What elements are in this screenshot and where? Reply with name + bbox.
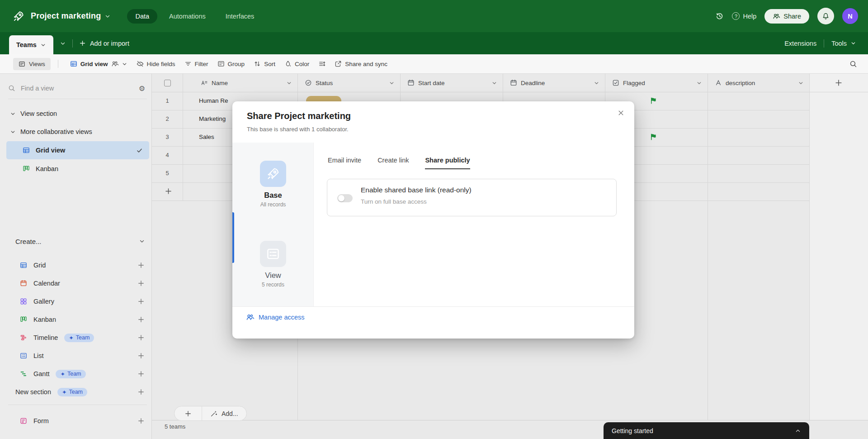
chevron-down-icon[interactable] [389,80,395,86]
base-title-chevron-down-icon[interactable] [104,13,111,19]
flag-icon-row3[interactable] [650,133,657,141]
tab-data[interactable]: Data [127,9,157,24]
create-grid[interactable]: Grid [6,256,149,274]
add-column-button[interactable] [809,74,868,92]
row-number[interactable]: 2 [152,110,183,128]
create-kanban[interactable]: Kanban [6,310,149,329]
close-icon[interactable] [618,110,624,116]
getting-started-bar[interactable]: Getting started [604,422,809,439]
color-button[interactable]: Color [280,57,314,70]
table-tab-chevron-down-icon[interactable] [40,42,46,48]
manage-access-link[interactable]: Manage access [246,313,305,321]
group-button[interactable]: Group [213,57,250,70]
plus-icon[interactable] [137,298,145,305]
plus-icon [835,79,843,87]
plus-icon[interactable] [137,262,145,269]
tab-share-publicly[interactable]: Share publicly [425,157,470,169]
create-gallery[interactable]: Gallery [6,292,149,310]
row-number[interactable]: 4 [152,146,183,164]
tab-create-link[interactable]: Create link [377,157,409,169]
plus-icon[interactable] [137,417,145,425]
share-button[interactable]: Share [764,9,809,24]
cell-name-row3[interactable]: Sales [199,128,214,146]
user-avatar[interactable]: N [842,8,858,24]
tab-interfaces[interactable]: Interfaces [217,9,263,24]
row-height-button[interactable] [314,57,330,70]
row-number[interactable]: 1 [152,92,183,110]
plus-icon[interactable] [137,388,145,396]
rocket-icon [260,161,286,187]
search-icon[interactable] [849,60,857,68]
help-button[interactable]: ? Help [732,12,756,20]
extensions-button[interactable]: Extensions [784,40,816,47]
cell-name-row2[interactable]: Marketing [199,110,226,128]
plus-icon[interactable] [137,280,145,287]
section-view-section[interactable]: View section [10,107,57,120]
kanban-icon [20,316,27,323]
create-form[interactable]: Form [6,412,149,430]
column-header-start-date[interactable]: Start date [400,74,503,92]
notifications-bell-icon[interactable] [817,8,834,24]
flag-icon-row1[interactable] [650,97,657,105]
views-button[interactable]: Views [13,58,51,70]
chevron-down-icon [139,238,145,244]
add-row-button[interactable] [165,187,172,195]
create-gantt[interactable]: Gantt ✦Team [6,365,149,383]
app-logo-rocket-icon[interactable] [13,10,24,22]
cell-name-row1[interactable]: Human Re [199,92,228,110]
chevron-down-icon[interactable] [594,80,599,86]
find-a-view[interactable]: Find a view ⚙ [8,81,145,95]
add-or-import-button[interactable]: Add or import [79,40,129,47]
magic-wand-icon [210,410,217,417]
add-record-more-button[interactable]: Add... [202,410,246,417]
scope-base[interactable]: Base All records [232,161,314,208]
create-timeline[interactable]: Timeline ✦Team [6,329,149,347]
tab-automations[interactable]: Automations [161,9,214,24]
column-header-flagged[interactable]: Flagged [605,74,708,92]
gear-icon[interactable]: ⚙ [139,84,145,93]
section-more-collaborative-views[interactable]: More collaborative views [10,125,92,138]
add-record-plus-button[interactable] [175,406,202,420]
table-list-chevron-down-icon[interactable] [60,40,66,47]
divider [824,39,824,48]
current-view-button[interactable]: Grid view [66,57,132,70]
filter-button[interactable]: Filter [180,57,213,70]
add-record-split-button[interactable]: Add... [174,406,247,421]
column-header-deadline[interactable]: Deadline [503,74,605,92]
create-list[interactable]: List [6,347,149,365]
sidebar-item-kanban-view[interactable]: Kanban [6,160,149,178]
chevron-down-icon[interactable] [696,80,702,86]
column-header-description[interactable]: description [708,74,809,92]
collaborators-icon [111,60,118,67]
row-number[interactable]: 5 [152,164,183,182]
hide-fields-button[interactable]: Hide fields [132,57,180,70]
sidebar-item-grid-view[interactable]: Grid view [6,141,149,159]
sort-icon [254,60,261,67]
table-tab-teams[interactable]: Teams [9,35,53,54]
chevron-down-icon[interactable] [491,80,497,86]
enable-shared-link-toggle[interactable] [337,194,353,202]
chevron-up-icon[interactable] [795,428,801,434]
select-all-header[interactable] [152,74,183,92]
sort-button[interactable]: Sort [249,57,280,70]
tab-email-invite[interactable]: Email invite [328,157,361,169]
create-calendar[interactable]: Calendar [6,274,149,292]
history-icon[interactable] [715,12,724,20]
plus-icon[interactable] [137,352,145,359]
create-section-header[interactable]: Create... [15,235,145,248]
chevron-down-icon[interactable] [798,80,804,86]
create-new-section[interactable]: New section ✦Team [6,383,149,401]
select-all-checkbox[interactable] [164,80,171,86]
row-number[interactable]: 3 [152,128,183,146]
tools-button[interactable]: Tools [831,40,856,47]
chevron-down-icon[interactable] [286,80,292,86]
sparkle-icon: ✦ [69,334,73,341]
plus-icon[interactable] [137,370,145,377]
scope-view[interactable]: View 5 records [232,241,314,288]
share-and-sync-button[interactable]: Share and sync [330,57,392,70]
column-header-name[interactable]: Name [183,74,297,92]
column-header-status[interactable]: Status [297,74,400,92]
base-title[interactable]: Project marketing [31,11,101,21]
plus-icon[interactable] [137,316,145,323]
plus-icon[interactable] [137,334,145,341]
